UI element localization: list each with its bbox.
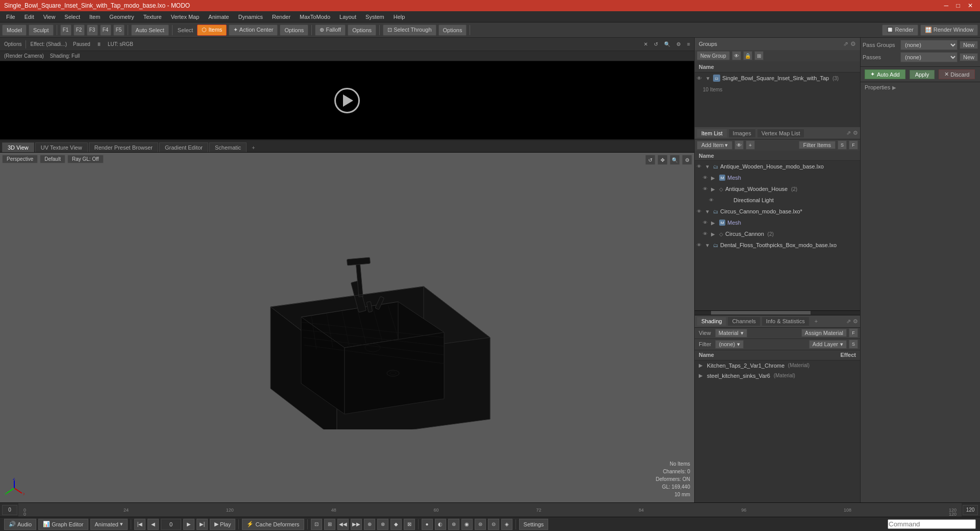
- menu-file[interactable]: File: [2, 13, 19, 21]
- rec-icon2[interactable]: ◐: [435, 519, 446, 530]
- menu-dynamics[interactable]: Dynamics: [234, 13, 267, 21]
- vp-icon-settings[interactable]: ⚙: [682, 155, 692, 165]
- list-item[interactable]: 👁 ▼ 🗂 Circus_Cannon_modo_base.lxo*: [695, 206, 860, 217]
- settings-btn[interactable]: Settings: [519, 519, 549, 530]
- menu-layout[interactable]: Layout: [335, 13, 360, 21]
- timeline-track[interactable]: 0 24 120 48 60 72 84 96 108 120 0 120: [18, 503, 962, 517]
- filter-dropdown[interactable]: (none) ▾: [715, 340, 744, 349]
- shading-tab-add[interactable]: +: [811, 317, 822, 326]
- list-item[interactable]: 👁 ▶ M Mesh: [695, 217, 860, 228]
- list-item[interactable]: 👁 ▶ M Mesh: [695, 172, 860, 183]
- tab-info-stats[interactable]: Info & Statistics: [762, 317, 810, 326]
- discard-btn[interactable]: ✕ Discard: [939, 69, 975, 79]
- groups-lock-btn[interactable]: 🔒: [743, 51, 752, 60]
- tab-gradient-editor[interactable]: Gradient Editor: [159, 142, 208, 152]
- assign-material-F-btn[interactable]: F: [849, 328, 858, 337]
- graph-editor-btn[interactable]: 📊 Graph Editor: [38, 519, 88, 530]
- playback-icon8[interactable]: ⊠: [404, 519, 415, 530]
- menu-view[interactable]: View: [39, 13, 60, 21]
- pause-icon[interactable]: ⏸: [94, 41, 104, 47]
- cache-deformers-btn[interactable]: ⚡ Cache Deformers: [242, 519, 304, 530]
- add-item-btn[interactable]: Add Item ▾: [697, 141, 732, 150]
- close-btn[interactable]: ✕: [965, 2, 976, 9]
- playback-icon4[interactable]: ▶▶: [351, 519, 362, 530]
- rec-icon4[interactable]: ◉: [461, 519, 473, 530]
- list-item[interactable]: 👁 ▼ 🗂 Antique_Wooden_House_modo_base.lxo: [695, 161, 860, 172]
- tab-add-btn[interactable]: +: [248, 143, 259, 152]
- auto-add-btn[interactable]: ✦ Auto Add: [865, 69, 905, 79]
- action-center-btn[interactable]: ✦ Action Center: [229, 25, 278, 36]
- play-btn[interactable]: ▶ Play: [210, 519, 235, 530]
- menu-texture[interactable]: Texture: [139, 13, 166, 21]
- list-item[interactable]: 👁 💡 Directional Light: [695, 195, 860, 206]
- sculpt-btn[interactable]: Sculpt: [29, 25, 54, 36]
- viewport-3d[interactable]: Perspective Default Ray GL: Off ↺ ✥ 🔍 ⚙: [0, 153, 694, 502]
- command-input[interactable]: [888, 519, 976, 529]
- groups-eye-btn[interactable]: 👁: [732, 51, 741, 60]
- passes-dropdown[interactable]: (none): [900, 52, 958, 62]
- vp-icon-rotate[interactable]: ↺: [645, 155, 655, 165]
- f1-btn[interactable]: F1: [60, 25, 71, 36]
- shading-item[interactable]: ▶ steel_kitchen_sinks_Var6 (Material): [695, 371, 860, 381]
- tab-3d-view[interactable]: 3D View: [2, 142, 34, 152]
- groups-scene-item[interactable]: 👁 ▼ 🗂 Single_Bowl_Square_Inset_Sink_with…: [695, 73, 860, 84]
- shading-settings-icon[interactable]: ⚙: [853, 318, 858, 325]
- tab-vertex-map[interactable]: Vertex Map List: [757, 129, 805, 137]
- audio-btn[interactable]: 🔊 Audio: [4, 519, 36, 530]
- render-btn[interactable]: 🔲 Render: [882, 25, 918, 36]
- preview-icon4[interactable]: ⚙: [674, 41, 683, 47]
- pass-groups-dropdown[interactable]: (none): [900, 40, 958, 50]
- menu-animate[interactable]: Animate: [204, 13, 233, 21]
- pass-groups-new-btn[interactable]: New: [960, 41, 978, 49]
- options-btn1[interactable]: Options: [280, 25, 308, 36]
- passes-new-btn[interactable]: New: [960, 53, 978, 61]
- playback-icon7[interactable]: ◆: [390, 519, 402, 530]
- assign-material-btn[interactable]: Assign Material: [801, 329, 847, 337]
- rec-icon1[interactable]: ●: [422, 519, 433, 530]
- menu-item[interactable]: Item: [85, 13, 104, 21]
- item-list-expand-icon[interactable]: ⇗: [846, 130, 851, 136]
- shading-item[interactable]: ▶ Kitchen_Taps_2_Var1_Chrome (Material): [695, 360, 860, 371]
- render-window-btn[interactable]: 🪟 Render Window: [920, 25, 978, 36]
- f5-btn[interactable]: F5: [113, 25, 125, 36]
- playback-icon1[interactable]: ⊡: [311, 519, 322, 530]
- select-through-btn[interactable]: ⊡ Select Through: [383, 25, 436, 36]
- tab-item-list[interactable]: Item List: [697, 129, 727, 137]
- menu-select[interactable]: Select: [60, 13, 84, 21]
- playback-icon2[interactable]: ⊞: [324, 519, 335, 530]
- play-beginning-btn[interactable]: |◀: [134, 519, 145, 530]
- falloff-btn[interactable]: ⊕ Falloff: [315, 25, 346, 36]
- item-list-eye-btn[interactable]: 👁: [734, 140, 744, 150]
- filter-items-btn[interactable]: Filter Items: [799, 141, 836, 149]
- vp-icon-zoom[interactable]: 🔍: [670, 155, 680, 165]
- add-layer-S-btn[interactable]: S: [849, 340, 858, 349]
- minimize-btn[interactable]: ─: [941, 2, 952, 9]
- f2-btn[interactable]: F2: [74, 25, 85, 36]
- f3-btn[interactable]: F3: [87, 25, 98, 36]
- maximize-btn[interactable]: □: [953, 2, 963, 9]
- view-mode-dropdown[interactable]: Material ▾: [715, 329, 747, 337]
- add-layer-btn[interactable]: Add Layer ▾: [809, 340, 847, 349]
- menu-help[interactable]: Help: [389, 13, 409, 21]
- rec-icon7[interactable]: ◈: [501, 519, 512, 530]
- list-item[interactable]: 👁 ▶ ◇ Circus_Cannon (2): [695, 228, 860, 239]
- menu-maxtomodo[interactable]: MaxToModo: [296, 13, 334, 21]
- item-list-plus-btn[interactable]: +: [746, 140, 755, 150]
- tab-render-preset[interactable]: Render Preset Browser: [89, 142, 158, 152]
- apply-btn[interactable]: Apply: [910, 70, 935, 79]
- preview-icon1[interactable]: ✕: [642, 41, 650, 47]
- playback-icon5[interactable]: ⊕: [364, 519, 375, 530]
- play-button[interactable]: [334, 88, 360, 113]
- tab-shading[interactable]: Shading: [697, 317, 726, 326]
- tab-channels[interactable]: Channels: [727, 317, 760, 326]
- tab-images[interactable]: Images: [728, 129, 756, 137]
- auto-select-btn[interactable]: Auto Select: [131, 25, 169, 36]
- preview-icon3[interactable]: 🔍: [662, 41, 672, 47]
- groups-grid-btn[interactable]: ⊞: [754, 51, 764, 60]
- view-perspective-btn[interactable]: Perspective: [2, 155, 38, 163]
- play-end-btn[interactable]: ▶|: [197, 519, 208, 530]
- menu-edit[interactable]: Edit: [20, 13, 38, 21]
- prev-frame-btn[interactable]: ◀: [148, 519, 159, 530]
- list-item[interactable]: 👁 ▶ ◇ Antique_Wooden_House (2): [695, 183, 860, 195]
- menu-geometry[interactable]: Geometry: [105, 13, 138, 21]
